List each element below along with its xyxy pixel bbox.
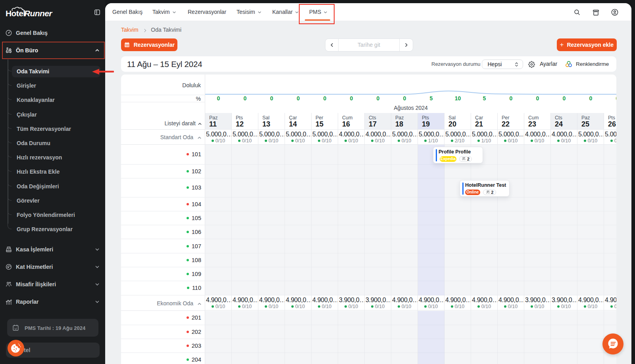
svg-text:Hotel: Hotel [6,9,25,18]
svg-text:Runner: Runner [24,9,53,18]
